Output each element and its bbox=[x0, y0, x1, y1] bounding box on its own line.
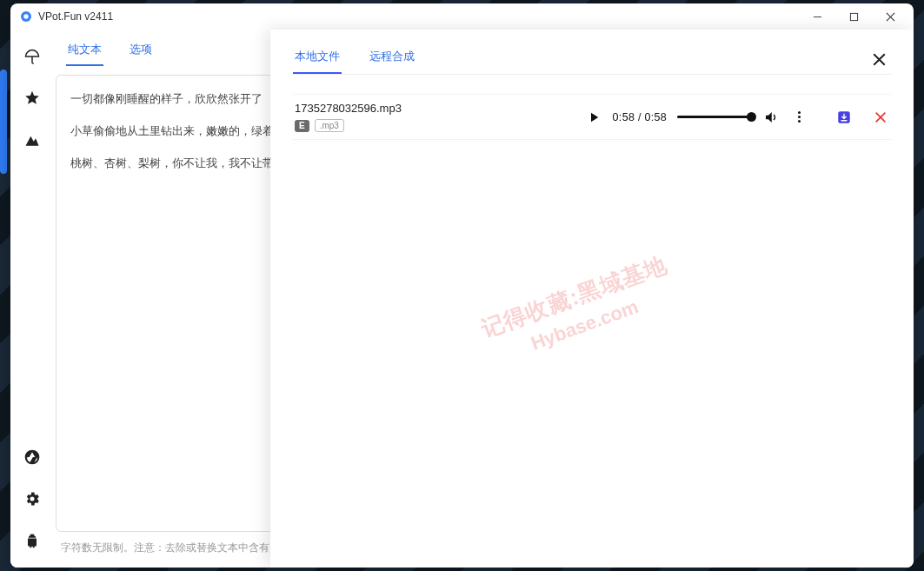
svg-point-1 bbox=[23, 14, 28, 18]
audio-player: 0:58 / 0:58 bbox=[580, 109, 813, 126]
tab-options[interactable]: 选项 bbox=[128, 37, 154, 66]
track-actions bbox=[835, 109, 889, 126]
time-label: 0:58 / 0:58 bbox=[613, 111, 667, 123]
volume-button[interactable] bbox=[762, 109, 780, 126]
drawer-close-button[interactable] bbox=[867, 48, 891, 72]
track-meta: 1735278032596.mp3 E .mp3 bbox=[295, 102, 580, 132]
audio-track-row: 1735278032596.mp3 E .mp3 0:58 / 0:58 bbox=[293, 94, 891, 140]
sidebar-item-star[interactable] bbox=[17, 83, 47, 113]
sidebar bbox=[10, 30, 54, 568]
window-title: VPot.Fun v2411 bbox=[38, 10, 799, 23]
tab-local-files[interactable]: 本地文件 bbox=[293, 45, 342, 74]
sidebar-item-android[interactable] bbox=[17, 526, 47, 555]
app-window: VPot.Fun v2411 bbox=[10, 3, 914, 568]
maximize-button[interactable] bbox=[835, 4, 872, 29]
download-button[interactable] bbox=[835, 109, 853, 126]
player-menu-button[interactable] bbox=[790, 109, 808, 126]
accent-stripe bbox=[0, 70, 7, 174]
app-icon bbox=[19, 10, 33, 23]
watermark-line2: Hybase.com bbox=[489, 281, 681, 369]
drawer-tabs: 本地文件 远程合成 bbox=[293, 45, 416, 74]
sidebar-item-settings[interactable] bbox=[17, 484, 47, 514]
sidebar-item-aperture[interactable] bbox=[17, 442, 47, 472]
drawer-header: 本地文件 远程合成 bbox=[293, 45, 891, 74]
sidebar-item-umbrella[interactable] bbox=[17, 42, 47, 71]
badge-e: E bbox=[295, 120, 309, 132]
tab-plain-text[interactable]: 纯文本 bbox=[66, 37, 103, 66]
tab-remote-synth[interactable]: 远程合成 bbox=[368, 45, 416, 74]
minimize-button[interactable] bbox=[799, 4, 835, 29]
divider bbox=[293, 74, 891, 75]
delete-button[interactable] bbox=[872, 109, 889, 126]
track-filename: 1735278032596.mp3 bbox=[295, 102, 580, 115]
badge-ext: .mp3 bbox=[315, 119, 344, 132]
watermark-line1: 记得收藏:黑域基地 bbox=[477, 249, 672, 345]
play-button[interactable] bbox=[585, 109, 602, 126]
svg-rect-3 bbox=[850, 13, 857, 20]
seek-slider[interactable] bbox=[677, 116, 752, 118]
titlebar: VPot.Fun v2411 bbox=[10, 3, 914, 30]
files-drawer: 本地文件 远程合成 1735278032596.mp3 E .mp3 bbox=[270, 30, 914, 568]
close-button[interactable] bbox=[872, 4, 908, 29]
sidebar-item-mountain[interactable] bbox=[17, 125, 47, 155]
watermark: 记得收藏:黑域基地 Hybase.com bbox=[477, 249, 681, 369]
